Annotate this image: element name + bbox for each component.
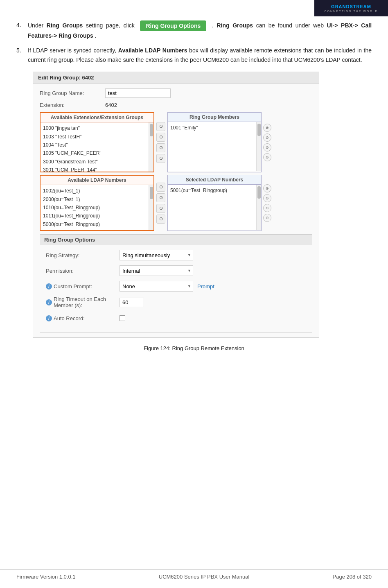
step-4-block: 4. Under Ring Groups setting page, click… (16, 20, 372, 40)
ring-timeout-label: i Ring Timeout on EachMember (s): (46, 296, 120, 308)
footer-page: Page 208 of 320 (333, 574, 372, 580)
selected-ldap-list-row: 5001(ou=Test_Ringgroup) (168, 185, 261, 230)
edit-ring-group-dialog: Edit Ring Group: 6402 Ring Group Name: E… (33, 72, 319, 338)
list-item: 1011(ou=Test_Ringgroup) (43, 212, 146, 220)
step-4-num: 4. (16, 20, 28, 29)
extension-value: 6402 (105, 102, 117, 108)
ldap-move-down-bottom-btn[interactable]: ⊙ (263, 214, 271, 222)
list-item: 1000 "jingya tan" (43, 124, 146, 132)
ring-group-options-section: Ring Group Options Ring Strategy: Ring s… (40, 234, 312, 332)
selected-ldap-scrollbar[interactable] (256, 185, 261, 230)
ring-strategy-label: Ring Strategy: (46, 252, 120, 258)
ldap-scrollbar[interactable] (149, 185, 153, 230)
available-ext-header: Available Extensions/Extension Groups (41, 113, 153, 122)
logo-container: GRANDSTREAM CONNECTING THE WORLD (314, 0, 388, 16)
list-item: 1010(ou=Test_Ringgroup) (43, 204, 146, 212)
ldap-transfer-all-left-btn[interactable]: ⊙ (156, 215, 165, 224)
member-move-down-bottom-btn[interactable]: ⊙ (263, 153, 271, 161)
page-footer: Firmware Version 1.0.0.1 UCM6200 Series … (0, 569, 388, 580)
members-list[interactable]: 1001 "Emily" (168, 122, 256, 171)
ext-transfer-buttons: ⊙ ⊙ ⊙ ⊙ (154, 112, 167, 172)
ldap-transfer-all-right-btn[interactable]: ⊙ (156, 183, 165, 192)
extension-label: Extension: (40, 102, 105, 108)
list-item: 1004 "Test" (43, 141, 146, 149)
step-4-line: 4. Under Ring Groups setting page, click… (16, 20, 372, 40)
footer-product: UCM6200 Series IP PBX User Manual (159, 574, 250, 580)
ring-group-options-header: Ring Group Options (40, 234, 312, 245)
auto-record-info-icon: i (46, 315, 52, 321)
step4-text-d: can be found under web (256, 22, 327, 29)
step4-text-a: Under (28, 22, 43, 29)
auto-record-row: i Auto Record: (46, 312, 306, 324)
ldap-control-btns: ⊗ ⊙ ⊙ ⊙ (263, 175, 271, 231)
step4-bold-a: Ring Groups (47, 22, 83, 29)
member-move-down-btn[interactable]: ⊙ (263, 143, 271, 152)
ldap-move-up-top-btn[interactable]: ⊗ (263, 184, 271, 192)
step5-bold-a: Available LDAP Numbers (118, 47, 187, 54)
step4-bold-b: Ring Groups (217, 22, 253, 29)
list-item: 3001 "UCM_PEER_144" (43, 166, 146, 172)
custom-prompt-label: i Custom Prompt: (46, 283, 120, 289)
permission-row: Permission: Internal (46, 265, 306, 276)
custom-prompt-label-text: Custom Prompt: (54, 283, 92, 289)
permission-label: Permission: (46, 268, 120, 274)
transfer-right-btn[interactable]: ⊙ (156, 133, 165, 142)
members-scrollbar[interactable] (256, 122, 261, 171)
ldap-move-down-btn[interactable]: ⊙ (263, 204, 271, 212)
ldap-transfer-right-btn[interactable]: ⊙ (156, 193, 165, 202)
ring-group-options-body: Ring Strategy: Ring simultaneously Permi… (40, 245, 312, 332)
dialog-body: Ring Group Name: Extension: 6402 Availab… (33, 84, 319, 337)
dialog-title: Edit Ring Group: 6402 (33, 72, 319, 84)
available-ldap-list[interactable]: 1002(ou=Test_1) 2000(ou=Test_1) 1010(ou=… (41, 185, 149, 230)
transfer-all-left-btn[interactable]: ⊙ (156, 154, 165, 163)
ldap-transfer-left-btn[interactable]: ⊙ (156, 204, 165, 213)
ring-group-name-row: Ring Group Name: (40, 88, 312, 98)
auto-record-checkbox[interactable] (120, 315, 125, 321)
list-item: 1003 "Test TestH" (43, 133, 146, 141)
selected-ldap-header: Selected LDAP Numbers (168, 175, 261, 185)
step-4-text: Under Ring Groups setting page, click Ri… (28, 20, 372, 40)
member-move-up-btn[interactable]: ⊙ (263, 133, 271, 142)
ring-timeout-row: i Ring Timeout on EachMember (s): (46, 296, 306, 308)
list-item: 5002(ou=Test_Ringgroup) (43, 228, 146, 230)
prompt-link[interactable]: Prompt (197, 283, 214, 289)
custom-prompt-row: i Custom Prompt: None Prompt (46, 280, 306, 292)
logo-sub: CONNECTING THE WORLD (325, 10, 378, 13)
members-control-btns: ⊗ ⊙ ⊙ ⊙ (263, 112, 271, 172)
ring-timeout-label-text: Ring Timeout on EachMember (s): (54, 296, 106, 308)
footer-firmware: Firmware Version 1.0.0.1 (16, 574, 76, 580)
list-item: 1001 "Emily" (170, 124, 254, 132)
list-item: 1002(ou=Test_1) (43, 187, 146, 195)
available-ext-panel: Available Extensions/Extension Groups 10… (40, 112, 154, 172)
ring-timeout-info-icon: i (46, 299, 52, 305)
ring-group-name-label: Ring Group Name: (40, 90, 105, 96)
list-item: 3000 "Grandstream Test" (43, 158, 146, 166)
custom-prompt-info-icon: i (46, 283, 52, 289)
ldap-move-up-btn[interactable]: ⊙ (263, 194, 271, 202)
transfer-all-right-btn[interactable]: ⊙ (156, 122, 165, 131)
step-5-line: 5. If LDAP server is synced correctly, A… (16, 46, 372, 64)
custom-prompt-select[interactable]: None (120, 281, 193, 292)
ring-timeout-input[interactable] (120, 298, 144, 307)
permission-select[interactable]: Internal (120, 265, 193, 276)
ring-strategy-select-wrapper: Ring simultaneously (120, 250, 193, 260)
create-new-ring-group-button[interactable]: Ring Group Options (140, 20, 206, 31)
step4-text-c: . (212, 22, 217, 29)
available-ext-list[interactable]: 1000 "jingya tan" 1003 "Test TestH" 1004… (41, 122, 149, 172)
selected-ldap-list[interactable]: 5001(ou=Test_Ringgroup) (168, 185, 256, 230)
available-ldap-header: Available LDAP Numbers (41, 176, 153, 185)
transfer-left-btn[interactable]: ⊙ (156, 143, 165, 152)
ring-group-members-header: Ring Group Members (168, 113, 261, 122)
ext-scrollbar[interactable] (149, 122, 153, 172)
list-item: 2000(ou=Test_1) (43, 195, 146, 204)
member-move-up-top-btn[interactable]: ⊗ (263, 124, 271, 132)
ring-strategy-select[interactable]: Ring simultaneously (120, 250, 193, 260)
permission-select-wrapper: Internal (120, 265, 193, 276)
step4-text-e: . (95, 32, 97, 39)
auto-record-label-text: Auto Record: (54, 315, 85, 321)
step5-text-a: If LDAP server is synced correctly, (28, 47, 118, 54)
ring-strategy-row: Ring Strategy: Ring simultaneously (46, 249, 306, 261)
step4-text-b: setting page, click (86, 22, 135, 29)
list-item: 5001(ou=Test_Ringgroup) (170, 186, 254, 194)
ring-group-name-input[interactable] (105, 88, 171, 98)
